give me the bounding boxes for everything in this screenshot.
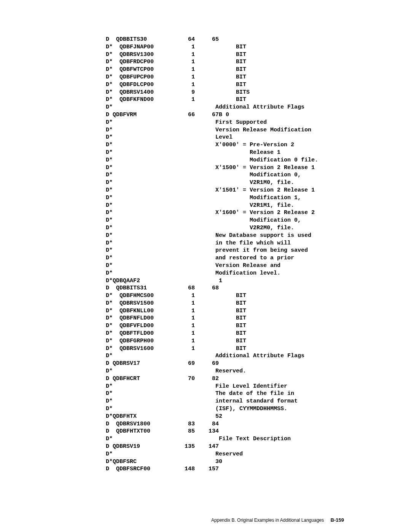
footer-text: Appendix B. Original Examples in Additio…: [211, 518, 324, 523]
code-block: D QDBBITS30 64 65 D* QDBFJNAP00 1 BIT D*…: [106, 36, 411, 473]
page-number: B-159: [331, 517, 344, 523]
page-footer: Appendix B. Original Examples in Additio…: [0, 517, 411, 524]
